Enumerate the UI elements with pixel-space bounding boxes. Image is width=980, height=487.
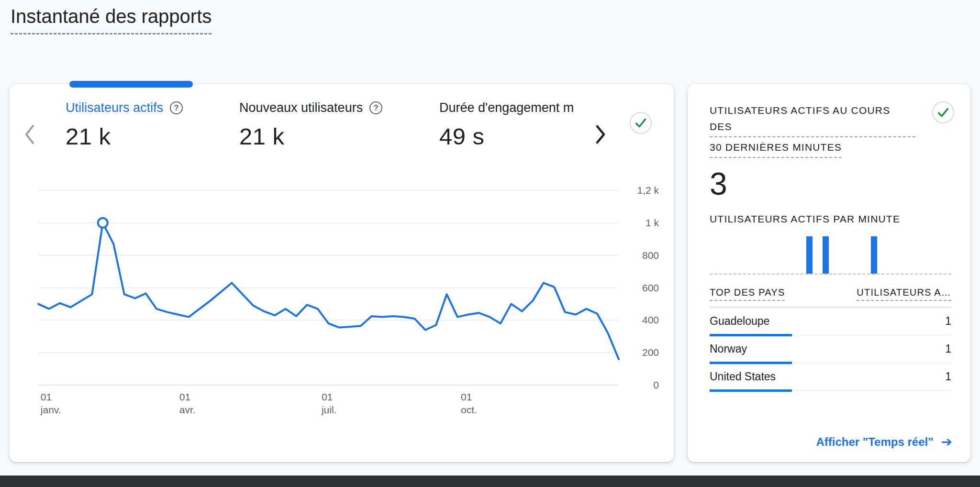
- x-axis-label: 01 avr.: [179, 390, 196, 416]
- country-name: Guadeloupe: [710, 315, 769, 328]
- metric-tab-new-users[interactable]: Nouveaux utilisateurs ? 21 k: [239, 100, 382, 150]
- country-name: Norway: [710, 343, 747, 355]
- bottom-bar: [0, 476, 980, 487]
- chevron-right-icon[interactable]: [594, 124, 607, 146]
- page-title: Instantané des rapports: [11, 6, 212, 34]
- realtime-card: UTILISATEURS ACTIFS AU COURS DES 30 DERN…: [688, 84, 970, 462]
- chevron-left-icon[interactable]: [23, 123, 36, 147]
- country-name: United States: [710, 370, 776, 383]
- minute-bar: [823, 236, 829, 274]
- top-countries-table: TOP DES PAYS UTILISATEURS A… Guadeloupe …: [710, 287, 951, 391]
- help-icon[interactable]: ?: [369, 101, 382, 114]
- y-axis-label: 400: [642, 314, 659, 326]
- trend-chart-svg: [38, 190, 619, 385]
- y-axis-label: 1,2 k: [637, 185, 659, 196]
- trend-line: [38, 223, 619, 359]
- metric-value: 21 k: [239, 123, 382, 150]
- table-row[interactable]: Norway 1: [710, 335, 951, 363]
- country-bar: [710, 334, 792, 336]
- x-axis-label: 01 oct.: [461, 390, 477, 416]
- metric-label: Utilisateurs actifs: [66, 100, 163, 115]
- link-label: Afficher "Temps réel": [816, 435, 933, 449]
- y-axis-label: 200: [642, 347, 659, 358]
- x-axis-label: 01 juil.: [322, 390, 337, 416]
- metric-value: 21 k: [66, 123, 183, 150]
- metric-label: Nouveaux utilisateurs: [239, 100, 363, 115]
- active-users-count: 3: [710, 166, 951, 202]
- country-value: 1: [945, 315, 951, 328]
- y-axis-label: 1 k: [646, 217, 659, 229]
- x-axis-labels: 01 janv. 01 avr. 01 juil. 01 oct.: [38, 390, 619, 419]
- max-point-marker: [98, 218, 108, 228]
- country-value: 1: [945, 370, 951, 383]
- active-users-trend-chart[interactable]: [38, 190, 619, 385]
- y-axis-label: 800: [642, 250, 659, 261]
- help-icon[interactable]: ?: [170, 101, 183, 114]
- x-axis-label: 01 janv.: [41, 390, 61, 416]
- per-minute-bar-chart: [710, 229, 951, 275]
- table-header: TOP DES PAYS UTILISATEURS A…: [710, 287, 951, 308]
- country-bar: [710, 362, 792, 364]
- data-quality-check-icon[interactable]: [630, 112, 652, 134]
- table-row[interactable]: Guadeloupe 1: [710, 308, 951, 335]
- metric-tab-active-users[interactable]: Utilisateurs actifs ? 21 k: [66, 100, 183, 150]
- view-realtime-link[interactable]: Afficher "Temps réel" ➔: [816, 434, 952, 450]
- metric-value: 49 s: [439, 123, 574, 150]
- carousel-scroll-indicator: [69, 81, 193, 88]
- per-minute-label: UTILISATEURS ACTIFS PAR MINUTE: [710, 213, 951, 225]
- column-header-users: UTILISATEURS A…: [857, 287, 951, 301]
- arrow-right-icon: ➔: [941, 434, 952, 450]
- column-header-country: TOP DES PAYS: [710, 287, 785, 301]
- country-bar: [710, 389, 792, 392]
- metric-tab-engagement-time[interactable]: Durée d'engagement m 49 s: [439, 100, 574, 150]
- metric-label: Durée d'engagement m: [439, 100, 574, 115]
- table-row[interactable]: United States 1: [710, 363, 951, 391]
- minute-bar: [806, 236, 813, 274]
- y-axis-labels: 02004006008001 k1,2 k: [624, 190, 659, 385]
- realtime-title: UTILISATEURS ACTIFS AU COURS DES 30 DERN…: [710, 102, 915, 160]
- y-axis-label: 600: [642, 282, 659, 294]
- country-value: 1: [945, 343, 951, 355]
- reports-snapshot-card: Utilisateurs actifs ? 21 k Nouveaux util…: [10, 84, 674, 462]
- minute-bar: [871, 236, 877, 274]
- y-axis-label: 0: [653, 379, 659, 391]
